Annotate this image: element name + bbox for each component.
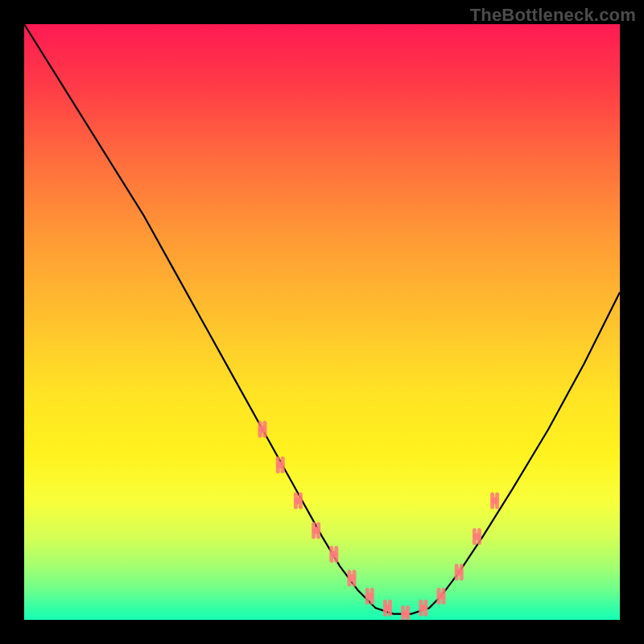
dot-band-dot — [419, 605, 427, 612]
dot-band-dot — [384, 605, 391, 612]
dot-band-dot — [491, 497, 498, 505]
dot-band-dot — [456, 568, 463, 576]
dot-band-dot — [366, 592, 374, 600]
dot-band-dot — [295, 497, 302, 505]
dot-band-dot — [259, 426, 266, 433]
dot-band-dot — [277, 461, 284, 469]
dot-band-dot — [330, 551, 337, 558]
dot-band-dot — [473, 533, 481, 540]
dot-band-dot — [438, 592, 445, 600]
bottleneck-curve-path — [24, 24, 620, 614]
dot-band-dot — [312, 527, 320, 535]
chart-plot-area — [24, 24, 620, 620]
dot-band-dot — [402, 610, 409, 617]
chart-outer-frame: TheBottleneck.com — [0, 0, 644, 644]
curve-line — [24, 24, 620, 614]
watermark-text: TheBottleneck.com — [470, 5, 636, 26]
dot-band-dot — [349, 575, 356, 582]
dot-band-group — [259, 423, 499, 620]
chart-svg — [24, 24, 620, 620]
